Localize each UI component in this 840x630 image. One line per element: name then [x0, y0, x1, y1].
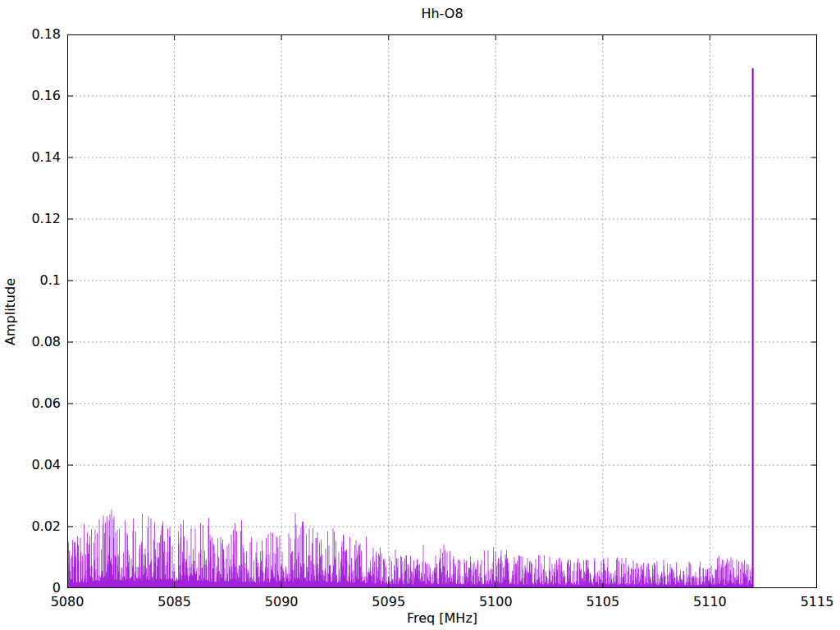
noise-floor-series [67, 509, 753, 588]
spectrum-chart: Hh-O8 Amplitude Freq [MHz] 00.020.040.06… [0, 0, 840, 630]
x-tick-label: 5110 [677, 595, 742, 609]
x-tick-label: 5095 [356, 595, 422, 609]
y-tick-label: 0.16 [0, 89, 61, 103]
y-tick-label: 0.1 [0, 273, 61, 288]
y-tick-label: 0.18 [0, 27, 61, 42]
x-tick-label: 5100 [463, 595, 528, 609]
x-tick-label: 5080 [34, 595, 100, 609]
x-tick-label: 5105 [570, 595, 636, 609]
y-tick-label: 0.06 [0, 396, 61, 411]
chart-title: Hh-O8 [67, 7, 817, 21]
x-tick-label: 5085 [142, 595, 208, 609]
y-tick-label: 0.08 [0, 335, 61, 349]
y-tick-label: 0.04 [0, 458, 61, 472]
x-tick-label: 5115 [784, 595, 840, 609]
plot-area [67, 34, 817, 588]
x-tick-label: 5090 [249, 595, 314, 609]
y-tick-label: 0.02 [0, 519, 61, 534]
plot-border [68, 35, 817, 588]
x-axis-label: Freq [MHz] [67, 611, 817, 626]
y-axis-label: Amplitude [3, 230, 18, 394]
y-tick-label: 0.14 [0, 150, 61, 165]
y-tick-label: 0.12 [0, 212, 61, 226]
